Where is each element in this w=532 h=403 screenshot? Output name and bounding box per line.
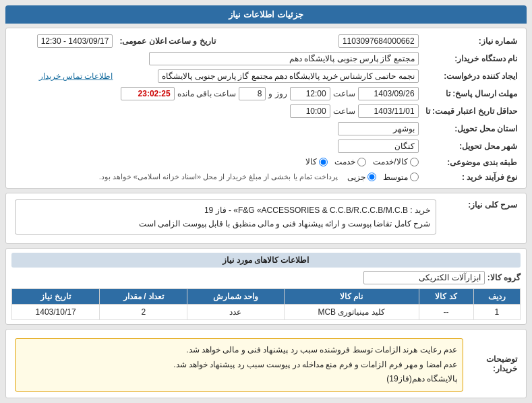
radio-kala-label: کالا — [305, 157, 317, 166]
price-time-label: ساعت — [333, 106, 355, 116]
buyer-notes-table: توضیحات خریدار: عدم رعایت هرند الزامات ت… — [11, 334, 521, 394]
radio-motavaset[interactable] — [410, 173, 419, 181]
buyer-notes-label: توضیحات خریدار: — [467, 334, 521, 394]
buyer-note-line2: عدم امضا و مهر فرم الزامات و فرم منع مدا… — [21, 358, 457, 373]
col-row: ردیف — [473, 289, 520, 305]
table-cell-code: -- — [419, 305, 473, 320]
date-label: تاریخ و ساعت اعلان عمومی: — [116, 32, 218, 50]
need-desc-line2: شرح کامل تقاضا پیوست و ارائه پیشنهاد فنی… — [21, 217, 430, 230]
radio-item-kala[interactable]: کالا — [305, 157, 328, 166]
row-purchase-type: نوع فرآیند خرید : متوسط جزیی — [11, 170, 521, 184]
table-cell-qty: 2 — [100, 305, 187, 320]
row-buyer-name: نام دستگاه خریدار: مجتمع گاز پارس جنوبی … — [11, 50, 521, 67]
need-desc-line1: خرید : F&G «ACCESSORIES & C.C.B/R.C.C.B/… — [21, 204, 430, 217]
need-desc-section: سرح کلی نیاز: خرید : F&G «ACCESSORIES & … — [5, 193, 527, 245]
col-qty: تعداد / مقدار — [100, 289, 187, 305]
table-cell-unit: عدد — [187, 305, 284, 320]
city-label: شهر محل تحویل: — [422, 137, 521, 155]
group-value: ابزارآلات الکتریکی — [363, 271, 485, 284]
row-city: شهر محل تحویل: کنگان — [11, 137, 521, 155]
radio-jozii-label: جزیی — [347, 173, 365, 182]
goods-section: اطلاعات کالاهای مورد نیاز گروه کالا: ابز… — [5, 248, 527, 325]
buyer-name-value: مجتمع گاز پارس جنوبی پالایشگاه دهم — [149, 52, 419, 65]
reply-day-label: روز و — [268, 89, 287, 98]
goods-table-header-row: ردیف کد کالا نام کالا واحد شمارش تعداد /… — [12, 289, 521, 305]
reply-date-value: 1403/09/26 — [358, 87, 419, 100]
reply-time-label: ساعت — [333, 89, 355, 98]
need-number-label: شماره نیاز: — [422, 32, 521, 50]
row-creator: ایجاد کننده درخواست: نجمه حاتمی کارشناس … — [11, 67, 521, 85]
creator-label: ایجاد کننده درخواست: — [422, 67, 521, 85]
need-desc-box: خرید : F&G «ACCESSORIES & C.C.B/R.C.C.B/… — [15, 199, 436, 235]
radio-khedmat[interactable] — [357, 158, 366, 166]
row-reply-deadline: مهلت ارسال پاسخ: تا 1403/09/26 ساعت 12:0… — [11, 85, 521, 102]
province-label: استان محل تحویل: — [422, 120, 521, 137]
radio-item-kala-khedmat[interactable]: کالا/خدمت — [373, 157, 418, 166]
table-cell-date: 1403/10/17 — [12, 305, 100, 320]
radio-item-khedmat[interactable]: خدمت — [334, 157, 366, 166]
date-value: 1403/09/17 - 12:30 — [37, 34, 113, 48]
reply-deadline-row: 1403/09/26 ساعت 12:00 روز و 8 ساعت باقی … — [15, 87, 419, 100]
page-title: جزئیات اطلاعات نیاز — [229, 9, 303, 20]
need-desc-label: سرح کلی نیاز: — [440, 197, 521, 240]
radio-item-motavaset[interactable]: متوسط — [383, 173, 419, 182]
purchase-note: پرداخت تمام یا بخشی از مبلغ خریدار از مح… — [99, 173, 338, 181]
row-province: استان محل تحویل: بوشهر — [11, 120, 521, 137]
radio-kala-khedmat-label: کالا/خدمت — [373, 157, 407, 166]
category-radio-group: کالا/خدمت خدمت کالا — [305, 157, 418, 166]
info-section: شماره نیاز: 1103097684000662 تاریخ و ساع… — [5, 28, 527, 189]
need-number-value: 1103097684000662 — [338, 34, 419, 48]
page-header: جزئیات اطلاعات نیاز — [5, 5, 527, 24]
table-row: 1--کلید مینیاتوری MCBعدد21403/10/17 — [12, 305, 521, 320]
price-deadline-label: حداقل تاریخ اعتبار قیمت: تا — [422, 102, 521, 120]
row-price-deadline: حداقل تاریخ اعتبار قیمت: تا 1403/11/01 س… — [11, 102, 521, 120]
table-cell-name: کلید مینیاتوری MCB — [284, 305, 419, 320]
purchase-type-row: متوسط جزیی پرداخت تمام یا بخشی از مبلغ خ… — [15, 173, 419, 182]
purchase-type-label: نوع فرآیند خرید : — [422, 170, 521, 184]
col-unit: واحد شمارش — [187, 289, 284, 305]
radio-kala-khedmat[interactable] — [410, 158, 419, 166]
category-label: طبقه بندی موضوعی: — [422, 155, 521, 170]
need-desc-table: سرح کلی نیاز: خرید : F&G «ACCESSORIES & … — [11, 197, 521, 240]
price-time-value: 10:00 — [290, 104, 330, 118]
radio-jozii[interactable] — [367, 173, 376, 181]
col-date: تاریخ نیاز — [12, 289, 100, 305]
reply-day-value: 8 — [239, 87, 266, 100]
main-container: جزئیات اطلاعات نیاز شماره نیاز: 11030976… — [0, 0, 532, 403]
reply-remaining-label: ساعت باقی مانده — [177, 89, 237, 98]
buyer-notes-row: توضیحات خریدار: عدم رعایت هرند الزامات ت… — [11, 334, 521, 394]
table-cell-row: 1 — [473, 305, 520, 320]
buyer-note-line1: عدم رعایت هرند الزامات توسط فروشنده سبب … — [21, 343, 457, 358]
row-need-number: شماره نیاز: 1103097684000662 تاریخ و ساع… — [11, 32, 521, 50]
radio-khedmat-label: خدمت — [334, 157, 355, 166]
buyer-notes-box: عدم رعایت هرند الزامات توسط فروشنده سبب … — [15, 338, 463, 392]
province-value: بوشهر — [338, 122, 419, 135]
info-table: شماره نیاز: 1103097684000662 تاریخ و ساع… — [11, 32, 521, 184]
city-value: کنگان — [338, 140, 419, 153]
contact-link[interactable]: اطلاعات تماس خریدار — [39, 71, 113, 81]
price-date-value: 1403/11/01 — [358, 104, 419, 118]
creator-value: نجمه حاتمی کارشناس خرید پالایشگاه دهم مج… — [158, 69, 418, 83]
goods-table: ردیف کد کالا نام کالا واحد شمارش تعداد /… — [11, 288, 521, 320]
need-desc-row: سرح کلی نیاز: خرید : F&G «ACCESSORIES & … — [11, 197, 521, 240]
goods-table-body: 1--کلید مینیاتوری MCBعدد21403/10/17 — [12, 305, 521, 320]
goods-section-title: اطلاعات کالاهای مورد نیاز — [11, 253, 521, 268]
col-code: کد کالا — [419, 289, 473, 305]
radio-item-jozii[interactable]: جزیی — [347, 173, 376, 182]
row-category: طبقه بندی موضوعی: کالا/خدمت خدمت — [11, 155, 521, 170]
col-name: نام کالا — [284, 289, 419, 305]
buyer-note-line3: پالایشگاه دهم(فاز19) — [21, 372, 457, 387]
goods-group-row: گروه کالا: ابزارآلات الکتریکی — [11, 271, 521, 284]
radio-kala[interactable] — [319, 158, 328, 166]
reply-time-value: 12:00 — [290, 87, 330, 100]
buyer-name-label: نام دستگاه خریدار: — [422, 50, 521, 67]
purchase-radio-group: متوسط جزیی — [347, 173, 419, 182]
reply-deadline-label: مهلت ارسال پاسخ: تا — [422, 85, 521, 102]
reply-remaining-value: 23:02:25 — [121, 87, 175, 100]
group-label: گروه کالا: — [487, 273, 521, 282]
buyer-notes-section: توضیحات خریدار: عدم رعایت هرند الزامات ت… — [5, 329, 527, 398]
radio-motavaset-label: متوسط — [383, 173, 408, 182]
price-deadline-row: 1403/11/01 ساعت 10:00 — [15, 104, 419, 118]
